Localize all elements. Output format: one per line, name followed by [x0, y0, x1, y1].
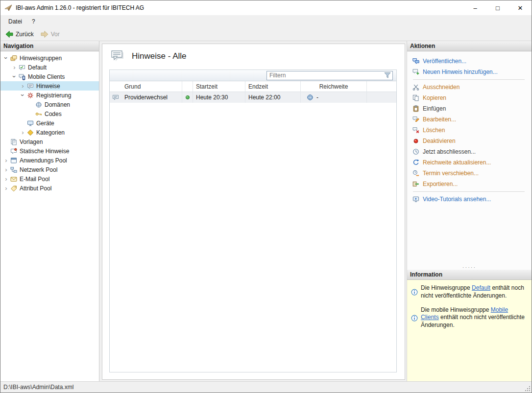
domaenen-icon	[35, 101, 43, 108]
back-button-label: Zurück	[16, 31, 34, 38]
close-button[interactable]: ✕	[509, 0, 532, 15]
column-header-rowicon	[110, 81, 121, 92]
group-icon	[10, 55, 18, 62]
publish-icon	[412, 58, 419, 65]
action-label: Jetzt abschliessen...	[423, 148, 476, 155]
chevron-right-icon[interactable]: ›	[19, 82, 26, 90]
export-icon	[412, 181, 419, 187]
chevron-right-icon[interactable]: ›	[2, 175, 10, 183]
tree-item-label: Netzwerk Pool	[20, 166, 60, 173]
column-header-grund[interactable]: Grund	[121, 81, 182, 92]
statusbar-path: D:\IBI-aws\Admin\Data.xml	[3, 384, 73, 391]
chevron-right-icon[interactable]: ›	[19, 129, 26, 136]
column-header-startzeit[interactable]: Startzeit	[193, 81, 245, 92]
forward-button[interactable]: Vor	[38, 29, 64, 39]
tree-item-e-mail-pool[interactable]: ›E-Mail Pool	[0, 174, 99, 184]
action-jetzt-abschliessen[interactable]: Jetzt abschliessen...	[412, 146, 532, 157]
kategorien-icon	[26, 129, 34, 136]
info-link-mobile-clients[interactable]: Mobile Clients	[421, 306, 508, 321]
info-link-default[interactable]: Default	[472, 284, 490, 291]
navigation-header: Navigation	[0, 41, 99, 51]
page-title: Hinweise - Alle	[132, 51, 187, 61]
resize-grip-icon[interactable]	[525, 386, 531, 392]
action-neuen-hinweis-hinzufügen[interactable]: Neuen Hinweis hinzufügen...	[412, 67, 532, 77]
tree-item-kategorien[interactable]: ›Kategorien	[0, 128, 99, 137]
app-icon	[4, 4, 12, 12]
action-exportieren[interactable]: Exportieren...	[412, 179, 532, 189]
action-löschen[interactable]: Löschen	[412, 125, 532, 136]
filter-input[interactable]	[267, 72, 383, 79]
tree-item-hinweise[interactable]: ›Hinweise	[0, 81, 99, 91]
tree-item-registrierung[interactable]: ›Registrierung	[0, 91, 99, 100]
hinweise-icon	[112, 94, 119, 101]
tree-item-statische-hinweise[interactable]: Statische Hinweise	[0, 146, 99, 156]
tree-item-label: Attribut Pool	[20, 185, 54, 192]
filter-funnel-icon[interactable]	[383, 72, 392, 79]
chevron-right-icon[interactable]: ›	[11, 64, 18, 71]
info-box: Die Hinweisgruppe Default enthält noch n…	[407, 280, 532, 381]
delete-icon	[412, 127, 419, 134]
menu-datei[interactable]: Datei	[3, 16, 27, 27]
main-header: Hinweise - Alle	[109, 49, 397, 69]
info-icon	[411, 285, 418, 300]
tree-item-label: Codes	[45, 111, 65, 117]
registrierung-icon	[26, 92, 34, 99]
table-row-providerwechsel[interactable]: ProviderwechselHeute 20:30Heute 22:00-	[110, 92, 396, 103]
panel-splitter[interactable]: ·····	[407, 265, 532, 270]
info-message: Die Hinweisgruppe Default enthält noch n…	[411, 284, 528, 300]
action-reichweite-aktualisieren[interactable]: Reichweite aktualisieren...	[412, 157, 532, 168]
action-label: Bearbeiten...	[423, 116, 456, 123]
tree-item-vorlagen[interactable]: Vorlagen	[0, 137, 99, 146]
cell-filler	[367, 92, 396, 103]
arrow-left-icon	[5, 30, 13, 38]
tree-item-default[interactable]: ›Default	[0, 63, 99, 72]
column-header-endzeit[interactable]: Endzeit	[245, 81, 301, 92]
action-bearbeiten[interactable]: Bearbeiten...	[412, 114, 532, 125]
chevron-down-icon[interactable]: ›	[2, 54, 10, 62]
cell-startzeit: Heute 20:30	[193, 92, 245, 103]
tree-item-attribut-pool[interactable]: ›Attribut Pool	[0, 184, 99, 193]
action-einfügen[interactable]: Einfügen	[412, 103, 532, 114]
chevron-right-icon[interactable]: ›	[2, 166, 10, 173]
tree-item-geräte[interactable]: Geräte	[0, 118, 99, 128]
chevron-right-icon[interactable]: ›	[2, 185, 10, 192]
tree-item-mobile-clients[interactable]: ›Mobile Clients	[0, 72, 99, 81]
tree-item-label: Default	[28, 64, 49, 71]
vorlagen-icon	[10, 139, 18, 145]
action-deaktivieren[interactable]: Deaktivieren	[412, 136, 532, 146]
menu-help[interactable]: ?	[27, 16, 40, 27]
email-icon	[10, 176, 18, 183]
tree-item-codes[interactable]: Codes	[0, 109, 99, 118]
tree-item-netzwerk-pool[interactable]: ›Netzwerk Pool	[0, 165, 99, 174]
tree-item-domänen[interactable]: Domänen	[0, 100, 99, 109]
action-ausschneiden[interactable]: Ausschneiden	[412, 82, 532, 92]
action-label: Video-Tutorials ansehen...	[423, 196, 491, 203]
main-panel: Hinweise - Alle Grund	[102, 44, 405, 380]
action-kopieren[interactable]: Kopieren	[412, 92, 532, 103]
hinweise-icon	[26, 83, 34, 90]
action-label: Termin verschieben...	[423, 170, 479, 177]
tree-item-label: Kategorien	[36, 129, 68, 136]
chevron-right-icon[interactable]: ›	[2, 157, 10, 164]
action-label: Löschen	[423, 127, 445, 134]
tree-item-label: Anwendungs Pool	[20, 157, 70, 164]
minimize-button[interactable]: –	[464, 0, 486, 15]
right-panel: Aktionen Veröffentlichen...Neuen Hinweis…	[407, 41, 532, 381]
action-veröffentlichen[interactable]: Veröffentlichen...	[412, 56, 532, 67]
tree-item-hinweisgruppen[interactable]: ›Hinweisgruppen	[0, 53, 99, 63]
video-icon	[412, 196, 419, 203]
tree-item-label: E-Mail Pool	[20, 176, 52, 183]
chevron-down-icon[interactable]: ›	[11, 73, 18, 80]
action-termin-verschieben[interactable]: Termin verschieben...	[412, 168, 532, 179]
tree-item-anwendungs-pool[interactable]: ›Anwendungs Pool	[0, 156, 99, 165]
maximize-button[interactable]: □	[486, 0, 509, 15]
forward-button-label: Vor	[51, 31, 60, 38]
action-video-tutorials-ansehen[interactable]: Video-Tutorials ansehen...	[412, 194, 532, 205]
netzwerk-icon	[10, 166, 18, 173]
column-header-reichweite[interactable]: Reichweite	[301, 81, 367, 92]
main-area: Hinweise - Alle Grund	[99, 41, 407, 381]
back-button[interactable]: Zurück	[3, 29, 38, 39]
notice-group-icon	[18, 64, 26, 71]
chevron-down-icon[interactable]: ›	[19, 92, 26, 99]
column-header-status[interactable]	[182, 81, 193, 92]
